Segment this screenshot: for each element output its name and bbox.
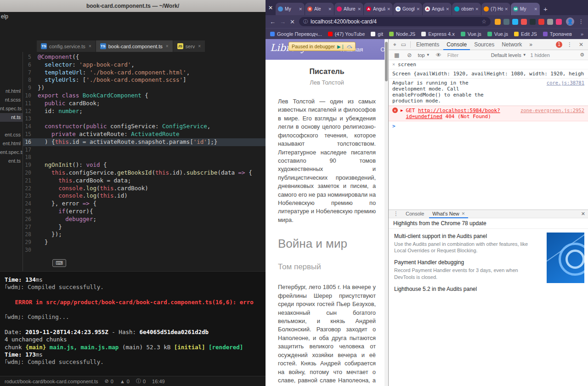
whats-new-section-title[interactable]: Lighthouse 5.2 in the Audits panel [394, 286, 539, 292]
code-line[interactable]: 10export class BookCardComponent { [23, 92, 266, 100]
devtools-tabs-overflow-icon[interactable]: » [526, 39, 536, 50]
new-tab-button[interactable]: + [543, 5, 548, 13]
extension-icon-ext-6[interactable] [538, 19, 544, 25]
close-icon[interactable]: ✕ [392, 62, 395, 67]
bookmarks-overflow-icon[interactable]: » [581, 31, 583, 37]
expand-caret-icon[interactable]: ▶ [401, 108, 403, 113]
code-line[interactable]: 18 [23, 153, 266, 161]
drawer-close-icon[interactable]: ✕ [581, 211, 585, 217]
url-text[interactable]: localhost:4200/book-card/4 [311, 18, 479, 25]
devtools-tab-sources[interactable]: Sources [471, 39, 498, 50]
code-line[interactable]: 19 ngOnInit(): void { [23, 161, 266, 169]
inspect-element-icon[interactable]: ⌖ [391, 41, 398, 48]
devtools-menu-icon[interactable]: ⋮ [565, 41, 574, 48]
editor-tab[interactable]: TSconfig.service.ts× [37, 40, 96, 52]
tab-close-icon[interactable]: ✕ [462, 211, 465, 216]
sidebar-file[interactable]: nt.html [0, 87, 23, 96]
bookmark-item[interactable]: Google Переводч... [270, 31, 322, 37]
page-scrollbar-thumb[interactable] [385, 42, 388, 81]
browser-tab[interactable]: observ✕ [452, 3, 481, 15]
bookmark-item[interactable]: Node.JS [389, 31, 415, 37]
code-line[interactable]: 24 }, error => { [23, 200, 266, 208]
browser-menu-icon[interactable]: ⋮ [578, 18, 584, 25]
bookmark-star-icon[interactable]: ☆ [481, 18, 486, 25]
site-info-icon[interactable]: ⓘ [303, 18, 308, 25]
bookmark-item[interactable]: Vue.js [461, 31, 481, 37]
devtools-tab-elements[interactable]: Elements [413, 39, 442, 50]
forward-icon[interactable]: → [280, 18, 286, 25]
code-line[interactable]: 25 if(error){ [23, 208, 266, 216]
terminal-output[interactable]: Time: 134ms｢wdm｣: Compiled successfully.… [0, 271, 266, 376]
close-icon[interactable]: × [89, 44, 91, 49]
code-line[interactable]: 5@Component({ [23, 53, 266, 61]
code-line[interactable]: 17 [23, 146, 266, 154]
code-line[interactable]: 27 } [23, 223, 266, 231]
bookmark-item[interactable]: git [371, 31, 383, 37]
browser-tab[interactable]: AAngula✕ [364, 3, 393, 15]
editor-tab[interactable]: TSbook-card.component.ts× [96, 40, 173, 52]
whats-new-section-title[interactable]: Multi-client support in the Audits panel [394, 233, 539, 239]
extension-icon-ext-3[interactable] [512, 19, 518, 25]
window-close-icon[interactable]: ✕ [268, 5, 273, 11]
drawer-tab[interactable]: Console [402, 210, 427, 218]
resume-script-icon[interactable]: ▶❘ [337, 44, 345, 49]
problems-errors[interactable]: ⊘ 0 [105, 378, 113, 384]
tab-close-icon[interactable]: ✕ [328, 7, 332, 11]
back-icon[interactable]: ← [270, 18, 276, 25]
page-scrollbar[interactable] [384, 39, 388, 386]
context-selector[interactable]: top ▼ [418, 52, 430, 58]
console-sidebar-icon[interactable]: ▦ [392, 52, 401, 58]
close-icon[interactable]: × [198, 44, 201, 49]
clear-console-icon[interactable]: ⊘ [405, 52, 413, 58]
tab-close-icon[interactable]: ✕ [387, 7, 391, 11]
code-line[interactable]: 12 id: number; [23, 108, 266, 115]
console-filter-input[interactable]: Filter [447, 52, 487, 58]
code-line[interactable]: 11 public cardBook; [23, 100, 266, 108]
address-bar[interactable]: ⓘ localhost:4200/book-card/4 ☆ [299, 17, 491, 26]
bookmark-item[interactable]: Express 4.x [421, 31, 454, 37]
devtools-close-icon[interactable]: ✕ [577, 41, 585, 48]
console-messages[interactable]: ✕screenScreen {availWidth: 1920, availHe… [389, 60, 588, 210]
extension-icon-ext-7[interactable] [547, 19, 553, 25]
extension-icon-ext-8[interactable] [556, 19, 562, 25]
code-line[interactable]: 7 templateUrl: './book-card.component.ht… [23, 69, 266, 77]
console-row-error[interactable]: ✕▶GET http://localhost:5984/book?id=unde… [389, 106, 588, 121]
device-toolbar-icon[interactable]: ▭ [399, 41, 408, 48]
problems-infos[interactable]: ⓘ 0 [136, 378, 146, 385]
browser-tab[interactable]: (7) Ho✕ [481, 3, 510, 15]
code-line[interactable]: 20 this.configService.getBooksId(this.id… [23, 169, 266, 177]
browser-tab[interactable]: IIAle✕ [305, 3, 334, 15]
live-expression-eye-icon[interactable]: 👁 [434, 52, 443, 58]
code-line[interactable]: 8 styleUrls: ['./book-card.component.scs… [23, 76, 266, 84]
sidebar-file[interactable]: ent.html [0, 139, 23, 148]
tab-close-icon[interactable]: ✕ [446, 7, 450, 11]
bookmark-item[interactable]: (47) YouTube [328, 31, 365, 37]
tab-close-icon[interactable]: ✕ [417, 7, 420, 11]
bookmark-item[interactable]: Тропачев [543, 31, 572, 37]
stop-reload-icon[interactable]: ✕ [290, 18, 295, 25]
tab-close-icon[interactable]: ✕ [475, 7, 479, 11]
source-location-link[interactable]: core.js:38781 [547, 80, 584, 85]
extension-icon-ext-5[interactable] [530, 19, 536, 25]
extension-icon-ext-1[interactable] [495, 19, 501, 25]
browser-tab[interactable]: MMy✕ [511, 3, 540, 15]
drawer-menu-icon[interactable]: ⋮ [391, 210, 401, 217]
tab-close-icon[interactable]: ✕ [505, 7, 509, 11]
code-line[interactable]: 13 [23, 115, 266, 123]
code-line[interactable]: 23 console.log(this.id) [23, 192, 266, 200]
step-over-icon[interactable]: ⤼ [347, 44, 352, 50]
tab-close-icon[interactable]: ✕ [358, 7, 362, 11]
browser-tab[interactable]: GGoogle✕ [393, 3, 422, 15]
log-levels-selector[interactable]: Default levels ▼ [491, 52, 526, 58]
code-line[interactable]: 26 debugger; [23, 216, 266, 223]
code-line[interactable]: 28 }); [23, 231, 266, 238]
keyboard-icon[interactable]: ⌨ [52, 259, 66, 267]
bookmark-item[interactable]: Edit JS [514, 31, 537, 37]
sidebar-file[interactable] [0, 122, 23, 131]
whats-new-section-title[interactable]: Payment Handler debugging [394, 259, 539, 266]
browser-tab[interactable]: My✕ [276, 3, 305, 15]
source-location-link[interactable]: zone-evergreen.js:2952 [520, 108, 584, 113]
console-prompt[interactable]: > [389, 121, 588, 131]
extension-icon-ext-2[interactable] [503, 19, 509, 25]
drawer-tab[interactable]: What's New✕ [429, 210, 468, 218]
